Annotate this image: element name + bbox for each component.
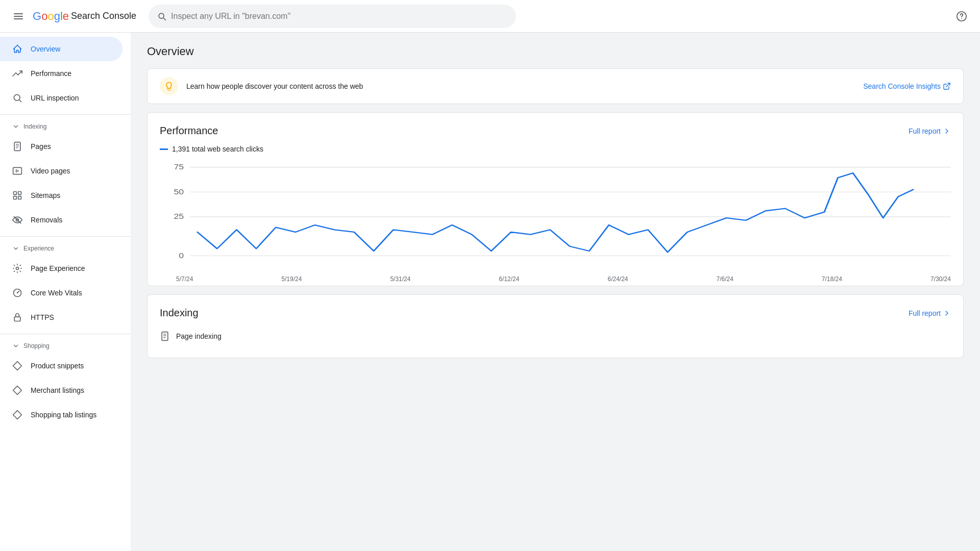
video-icon <box>12 166 22 176</box>
search-console-insights-link[interactable]: Search Console Insights <box>863 82 951 90</box>
sidebar-item-label: Video pages <box>31 167 70 175</box>
header-actions <box>951 6 972 27</box>
sidebar-item-label: HTTPS <box>31 313 54 321</box>
app-name: Search Console <box>71 11 136 21</box>
sidebar-item-overview[interactable]: Overview <box>0 37 122 61</box>
svg-text:50: 50 <box>174 188 184 196</box>
sidebar-item-product-snippets[interactable]: Product snippets <box>0 354 122 378</box>
svg-rect-8 <box>14 192 17 195</box>
sidebar-item-label: Core Web Vitals <box>31 289 82 297</box>
insights-text: Learn how people discover your content a… <box>186 82 863 90</box>
sidebar-item-removals[interactable]: Removals <box>0 208 122 232</box>
divider <box>0 236 131 237</box>
grid-icon <box>12 190 22 201</box>
sidebar-item-url-inspection[interactable]: URL inspection <box>0 86 122 110</box>
performance-card-header: Performance Full report <box>160 125 951 137</box>
main-content: Overview Learn how people discover your … <box>131 33 980 551</box>
trending-up-icon <box>12 68 22 79</box>
sidebar-item-sitemaps[interactable]: Sitemaps <box>0 183 122 208</box>
svg-rect-29 <box>162 332 168 341</box>
page-indexing-label: Page indexing <box>176 332 222 340</box>
svg-text:75: 75 <box>174 163 184 171</box>
svg-point-13 <box>16 267 19 270</box>
experience-label: Experience <box>23 245 54 252</box>
app-logo: Google Search Console <box>33 10 136 23</box>
page-indexing-item[interactable]: Page indexing <box>160 327 951 345</box>
page-title: Overview <box>147 45 964 58</box>
file-icon <box>12 141 22 152</box>
sidebar-item-core-web-vitals[interactable]: Core Web Vitals <box>0 281 122 305</box>
divider <box>0 334 131 334</box>
chevron-down-icon <box>12 123 19 130</box>
diamond3-icon <box>12 410 22 420</box>
x-labels: 5/7/24 5/19/24 5/31/24 6/12/24 6/24/24 7… <box>160 276 951 283</box>
sidebar: Overview Performance URL inspection <box>0 33 131 551</box>
url-search-input[interactable] <box>171 12 508 21</box>
chevron-right-icon <box>943 309 951 317</box>
metric-label: 1,391 total web search clicks <box>172 145 263 153</box>
sidebar-item-page-experience[interactable]: Page Experience <box>0 256 122 281</box>
svg-text:0: 0 <box>179 252 184 260</box>
svg-rect-7 <box>13 167 22 174</box>
sidebar-item-label: Merchant listings <box>31 386 84 394</box>
svg-rect-10 <box>14 196 17 199</box>
sidebar-item-label: Performance <box>31 69 71 78</box>
svg-line-20 <box>946 83 950 87</box>
sidebar-item-label: Pages <box>31 142 51 151</box>
lock-icon <box>12 312 22 322</box>
svg-text:25: 25 <box>174 213 184 220</box>
diamond2-icon <box>12 385 22 395</box>
app-body: Overview Performance URL inspection <box>0 33 980 551</box>
lightbulb-icon <box>160 77 178 95</box>
sidebar-item-video-pages[interactable]: Video pages <box>0 159 122 183</box>
search-small-icon <box>12 93 22 103</box>
experience-section-header[interactable]: Experience <box>0 241 131 256</box>
performance-chart: 75 50 25 0 5/7/24 5/19/24 5/31/24 6/12/2… <box>160 161 951 273</box>
metric-indicator <box>160 148 168 150</box>
sidebar-item-pages[interactable]: Pages <box>0 134 122 159</box>
sidebar-item-label: Page Experience <box>31 264 85 272</box>
svg-rect-1 <box>14 16 23 17</box>
chevron-right-icon <box>943 127 951 135</box>
indexing-section-header[interactable]: Indexing <box>0 119 131 134</box>
sidebar-item-label: Product snippets <box>31 362 84 370</box>
eye-off-icon <box>12 215 22 225</box>
sidebar-item-label: Sitemaps <box>31 191 60 199</box>
search-bar[interactable] <box>149 5 516 28</box>
home-icon <box>12 44 22 54</box>
svg-rect-0 <box>14 13 23 14</box>
sidebar-item-label: URL inspection <box>31 94 79 102</box>
indexing-card-header: Indexing Full report <box>160 307 951 319</box>
svg-point-15 <box>17 292 18 294</box>
divider <box>0 114 131 115</box>
svg-marker-18 <box>13 386 22 395</box>
search-icon <box>157 11 167 21</box>
svg-point-4 <box>961 18 962 19</box>
sidebar-item-performance[interactable]: Performance <box>0 61 122 86</box>
sidebar-item-https[interactable]: HTTPS <box>0 305 122 330</box>
help-button[interactable] <box>951 6 972 27</box>
menu-button[interactable] <box>8 6 29 27</box>
chart-svg: 75 50 25 0 <box>160 161 951 273</box>
sidebar-item-label: Overview <box>31 45 60 53</box>
file-icon <box>160 331 170 341</box>
chevron-down-icon <box>12 342 19 349</box>
indexing-card: Indexing Full report Page indexing <box>147 294 964 358</box>
svg-point-5 <box>14 94 20 101</box>
svg-rect-6 <box>14 142 20 151</box>
metric-line: 1,391 total web search clicks <box>160 145 951 153</box>
header: Google Search Console <box>0 0 980 33</box>
indexing-label: Indexing <box>23 123 46 130</box>
svg-marker-19 <box>13 411 22 419</box>
performance-full-report-link[interactable]: Full report <box>909 127 951 135</box>
shopping-section-header[interactable]: Shopping <box>0 338 131 354</box>
gauge-icon <box>12 288 22 298</box>
sidebar-item-shopping-tab[interactable]: Shopping tab listings <box>0 403 122 427</box>
indexing-title: Indexing <box>160 307 199 319</box>
sidebar-item-label: Shopping tab listings <box>31 411 96 419</box>
indexing-full-report-link[interactable]: Full report <box>909 309 951 317</box>
sidebar-item-merchant-listings[interactable]: Merchant listings <box>0 378 122 403</box>
shopping-label: Shopping <box>23 342 50 349</box>
chevron-down-icon <box>12 245 19 252</box>
performance-title: Performance <box>160 125 218 137</box>
